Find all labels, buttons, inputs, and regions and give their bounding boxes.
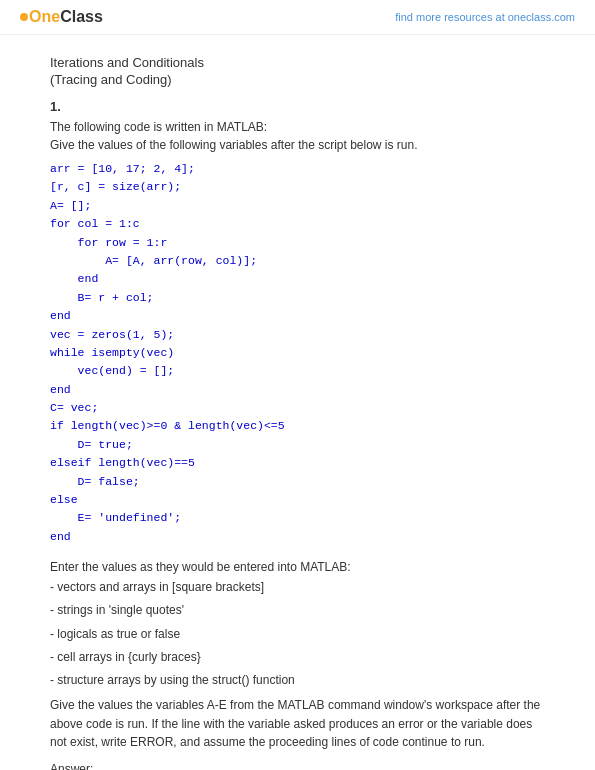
code-line-18: D= false;: [50, 475, 140, 488]
code-line-11: while isempty(vec): [50, 346, 174, 359]
code-line-7: end: [50, 272, 98, 285]
header-logo: OneClass: [20, 8, 103, 26]
logo-one: One: [29, 8, 60, 26]
code-line-5: for row = 1:r: [50, 236, 167, 249]
header-tagline: find more resources at oneclass.com: [395, 11, 575, 23]
code-line-19: else: [50, 493, 78, 506]
instruction-item-5: - structure arrays by using the struct()…: [50, 671, 545, 690]
answer-label: Answer:: [50, 762, 545, 770]
code-block: arr = [10, 17; 2, 4]; [r, c] = size(arr)…: [50, 160, 545, 546]
header: OneClass find more resources at oneclass…: [0, 0, 595, 35]
instruction-item-4: - cell arrays in {curly braces}: [50, 648, 545, 667]
code-line-9: end: [50, 309, 71, 322]
instruction-item-3: - logicals as true or false: [50, 625, 545, 644]
code-line-2: [r, c] = size(arr);: [50, 180, 181, 193]
main-content: Iterations and Conditionals (Tracing and…: [0, 35, 595, 770]
instruction-item-1: - vectors and arrays in [square brackets…: [50, 578, 545, 597]
section-subtitle: (Tracing and Coding): [50, 72, 545, 87]
instruction-item-2: - strings in 'single quotes': [50, 601, 545, 620]
code-line-13: end: [50, 383, 71, 396]
code-line-10: vec = zeros(1, 5);: [50, 328, 174, 341]
code-line-8: B= r + col;: [50, 291, 154, 304]
code-line-20: E= 'undefined';: [50, 511, 181, 524]
code-line-3: A= [];: [50, 199, 91, 212]
code-line-21: end: [50, 530, 71, 543]
instructions-section: Enter the values as they would be entere…: [50, 560, 545, 752]
instructions-para: Give the values the variables A-E from t…: [50, 696, 545, 752]
intro-line1: The following code is written in MATLAB:: [50, 120, 545, 134]
logo-dot-icon: [20, 13, 28, 21]
instructions-title: Enter the values as they would be entere…: [50, 560, 545, 574]
code-line-1: arr = [10, 17; 2, 4];: [50, 162, 195, 175]
code-line-4: for col = 1:c: [50, 217, 140, 230]
logo-class: Class: [60, 8, 103, 26]
intro-line2: Give the values of the following variabl…: [50, 138, 545, 152]
code-line-17: elseif length(vec)==5: [50, 456, 195, 469]
code-line-15: if length(vec)>=0 & length(vec)<=5: [50, 419, 285, 432]
section-title: Iterations and Conditionals: [50, 55, 545, 70]
code-line-14: C= vec;: [50, 401, 98, 414]
code-line-6: A= [A, arr(row, col)];: [50, 254, 257, 267]
code-line-16: D= true;: [50, 438, 133, 451]
code-line-12: vec(end) = [];: [50, 364, 174, 377]
question-number: 1.: [50, 99, 545, 114]
